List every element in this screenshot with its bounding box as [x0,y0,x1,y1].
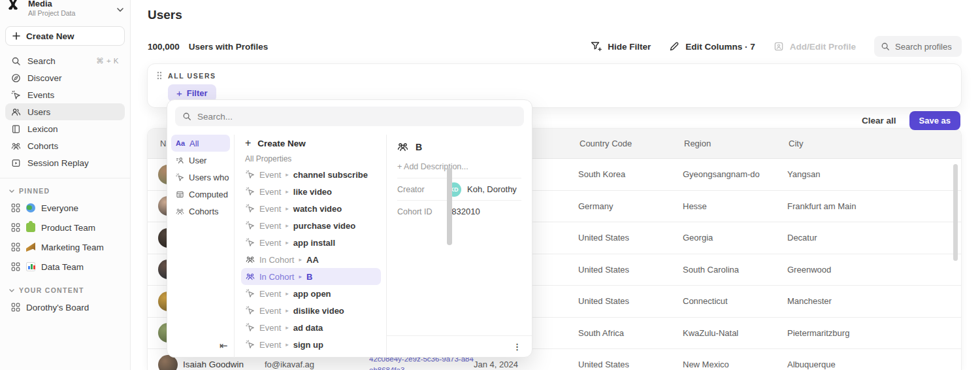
sidebar-item-marketing-team[interactable]: Marketing Team [5,237,125,257]
cell-email: fo@ikavaf.ag [265,360,369,369]
sidebar-item-search[interactable]: Search ⌘ + K [5,52,125,69]
cell-city: Yangsan [787,169,961,179]
search-icon [881,42,890,51]
property-cohort-aa[interactable]: In Cohort▸AA [241,251,381,268]
sidebar-divider [0,178,130,178]
user-count: 100,000 [148,42,180,52]
cohort-id-label: Cohort ID [397,207,447,216]
compass-icon [11,73,21,83]
property-event-app-open[interactable]: Event▸app open [241,285,381,302]
filter-search-box[interactable] [175,107,524,126]
event-cursor-icon [11,90,21,100]
cell-region: South Carolina [683,265,787,275]
cohorts-icon [11,141,21,151]
filter-search-input[interactable] [197,112,517,122]
search-profiles-input[interactable] [895,42,955,52]
event-cursor-icon [246,170,255,179]
book-icon [11,124,21,134]
project-name: All Project Data [28,10,111,18]
cell-region: Hesse [683,201,787,211]
event-cursor-icon [246,306,255,315]
cohorts-icon [246,255,255,264]
sidebar-item-events[interactable]: Events [5,86,125,103]
cell-region: Connecticut [683,296,787,306]
collapse-panel-icon[interactable]: ⇤ [220,340,228,352]
sidebar-item-discover[interactable]: Discover [5,69,125,86]
column-header-city[interactable]: City [787,139,961,148]
your-content-section-header[interactable]: YOUR CONTENT [0,283,130,297]
chevron-down-icon [9,289,14,292]
column-header-region[interactable]: Region [683,139,787,148]
property-event-sign-up[interactable]: Event▸sign up [241,336,381,353]
page-title: Users [148,8,962,22]
table-scrollbar[interactable] [953,164,958,261]
property-event-like-video[interactable]: Event▸like video [241,183,381,200]
more-options-icon[interactable]: ⋮ [513,342,521,352]
sidebar-item-data-team[interactable]: Data Team [5,257,125,277]
dropdown-scrollbar[interactable] [447,168,452,245]
cell-country: South Africa [578,328,683,338]
user-icon [176,156,184,165]
property-event-purchase-video[interactable]: Event▸purchase video [241,217,381,234]
sidebar-item-users[interactable]: Users [5,103,125,120]
edit-columns-button[interactable]: Edit Columns · 7 [669,41,755,52]
pinned-section-header[interactable]: PINNED [0,184,130,198]
clear-all-button[interactable]: Clear all [862,116,896,126]
sidebar: Media All Project Data Create New Search… [0,0,131,370]
property-cohort-b[interactable]: In Cohort▸B [241,268,381,285]
dropdown-create-new-button[interactable]: + Create New [241,135,381,152]
cell-city: Decatur [787,233,961,243]
puzzle-icon [26,223,35,232]
sidebar-item-lexicon[interactable]: Lexicon [5,120,125,137]
app-logo-icon [8,0,22,14]
property-event-watch-video[interactable]: Event▸watch video [241,200,381,217]
sidebar-item-everyone[interactable]: Everyone [5,198,125,218]
cohorts-icon [176,207,184,216]
property-event-dislike-video[interactable]: Event▸dislike video [241,302,381,319]
board-icon [11,262,20,271]
megaphone-icon [26,243,35,252]
cell-country: United States [578,233,683,243]
category-user[interactable]: User [171,152,230,169]
add-edit-profile-button[interactable]: Add/Edit Profile [774,41,856,52]
users-icon [11,107,21,117]
hide-filter-button[interactable]: Hide Filter [591,41,651,52]
plus-icon [12,32,20,40]
cell-date: Jan 4, 2024 [474,360,578,369]
computed-table-icon [176,190,184,199]
cell-region: New Mexico [683,360,787,369]
sidebar-item-product-team[interactable]: Product Team [5,218,125,237]
all-properties-label: All Properties [241,152,381,166]
drag-handle-icon[interactable] [157,71,162,80]
sidebar-item-dorothys-board[interactable]: Dorothy's Board [5,297,125,317]
sidebar-item-session-replay[interactable]: Session Replay [5,154,125,171]
board-icon [11,203,20,212]
create-new-button[interactable]: Create New [5,26,125,46]
sidebar-item-cohorts[interactable]: Cohorts [5,137,125,154]
cell-city: Greenwood [787,265,961,275]
cell-country: Germany [578,201,683,211]
user-count-label: Users with Profiles [189,42,269,52]
save-as-button[interactable]: Save as [909,111,960,130]
cohorts-icon [397,141,408,152]
property-event-channel-subscribe[interactable]: Event▸channel subscribe [241,166,381,183]
chevron-down-icon [117,8,123,12]
event-cursor-icon [246,323,255,332]
add-description-button[interactable]: + Add Description... [387,152,532,178]
workspace-switcher[interactable]: Media All Project Data [0,0,130,20]
category-all[interactable]: Aa All [171,135,230,152]
category-computed[interactable]: Computed [171,186,230,203]
workspace-name: Media [28,0,111,8]
globe-icon [26,203,35,212]
column-header-country-code[interactable]: Country Code [578,139,683,148]
event-cursor-icon [246,204,255,213]
search-profiles-box[interactable] [874,36,962,57]
property-event-ad-data[interactable]: Event▸ad data [241,319,381,336]
category-cohorts[interactable]: Cohorts [171,203,230,220]
creator-label: Creator [397,185,447,194]
category-users-who-did[interactable]: Users who di... [171,169,230,186]
property-event-app-install[interactable]: Event▸app install [241,234,381,251]
cell-country: United States [578,296,683,306]
creator-row: Creator KD Koh, Dorothy [397,178,521,200]
search-icon [11,56,21,66]
